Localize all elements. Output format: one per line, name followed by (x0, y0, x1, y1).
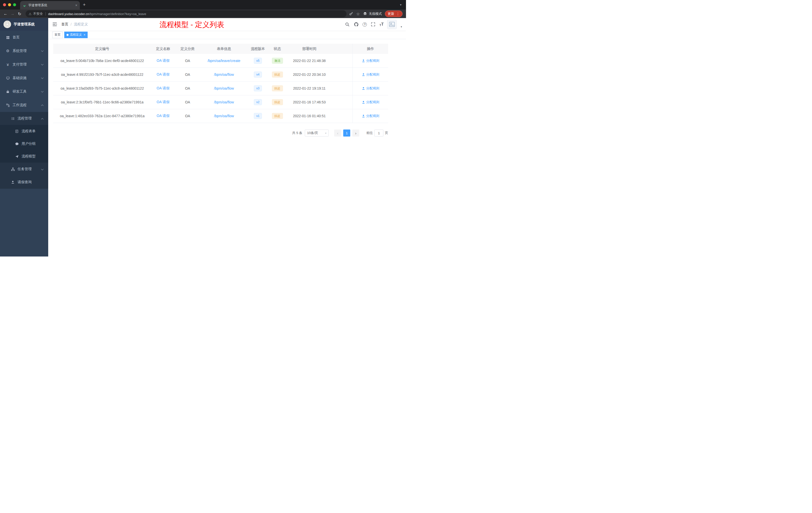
form-link[interactable]: /bpm/oa/flow (214, 100, 234, 104)
sidebar-item-payment-management[interactable]: ¥ 支付管理 (0, 58, 48, 71)
fullscreen-icon[interactable] (370, 22, 376, 27)
sidebar-item-leave-query[interactable]: 请假查询 (0, 176, 48, 189)
table-row: oa_leave:5:004b710b-7b8a-11ec-8ef0-acde4… (53, 54, 388, 68)
sidebar-item-dev-tools[interactable]: 研发工具 (0, 85, 48, 98)
omnibox-divider (46, 12, 46, 16)
avatar-caret-down-icon[interactable]: ▾ (401, 25, 402, 29)
definition-category: OA (175, 114, 200, 118)
breadcrumb-separator: / (70, 22, 71, 26)
new-tab-button[interactable]: + (83, 2, 86, 7)
address-bar[interactable]: ⚠ 不安全 dashboard.yudao.iocoder.cn /bpm/ma… (26, 10, 347, 17)
version-badge: v5 (254, 58, 262, 64)
tab-favicon-icon (23, 3, 26, 7)
form-link[interactable]: /bpm/oa/leave/create (208, 59, 240, 63)
back-button[interactable]: ← (2, 10, 9, 17)
font-size-icon[interactable]: TT (379, 22, 384, 27)
definition-category: OA (175, 59, 200, 63)
sidebar-item-workflow[interactable]: 工作流程 (0, 98, 48, 112)
minimize-window-button[interactable] (8, 3, 11, 6)
user-icon (362, 59, 365, 62)
assign-rule-link[interactable]: 分配规则 (362, 72, 379, 77)
form-link[interactable]: /bpm/oa/flow (214, 114, 234, 118)
reload-button[interactable]: ↻ (16, 10, 23, 17)
password-key-icon[interactable] (349, 12, 353, 16)
bookmark-star-icon[interactable]: ☆ (356, 11, 360, 16)
table-row: oa_leave:4:991f2193-7b7f-11ec-a3c8-acde4… (53, 68, 388, 82)
tag-process-definition[interactable]: 流程定义 × (64, 32, 88, 38)
definition-category: OA (175, 86, 200, 90)
goto-label: 前往 (366, 131, 373, 135)
browser-tab[interactable]: 芋道管理系统 × (20, 1, 80, 9)
maximize-window-button[interactable] (13, 3, 16, 6)
sidebar-item-label: 首页 (12, 35, 45, 40)
sidebar-item-task-management[interactable]: 任务管理 (0, 163, 48, 176)
sidebar-logo[interactable]: 芋道管理系统 (0, 18, 48, 31)
page-1-button[interactable]: 1 (343, 129, 350, 137)
column-header: 部署时间 (287, 47, 332, 51)
assign-rule-link[interactable]: 分配规则 (362, 86, 379, 91)
definition-name-link[interactable]: OA 请假 (157, 72, 170, 77)
deploy-time: 2022-01-22 21:48:38 (287, 59, 332, 63)
table-row: oa_leave:2:3c1f0ef1-76b1-11ec-9c66-a2380… (53, 95, 388, 109)
top-navbar: 首页 / 流程定义 流程模型 - 定义列表 ? TT ▾ (48, 18, 406, 31)
close-window-button[interactable] (3, 3, 6, 6)
tab-close-icon[interactable]: × (75, 3, 77, 7)
help-icon[interactable]: ? (362, 22, 367, 27)
assign-rule-link[interactable]: 分配规则 (362, 100, 379, 104)
breadcrumb: 首页 / 流程定义 (61, 22, 88, 27)
definition-name-link[interactable]: OA 请假 (157, 100, 170, 104)
browser-chrome: 芋道管理系统 × + ▾ ← → ↻ ⚠ 不安全 dashboard.yudao… (0, 0, 406, 18)
deploy-time: 2022-01-22 20:34:10 (287, 72, 332, 77)
form-link[interactable]: /bpm/oa/flow (214, 72, 234, 77)
github-icon[interactable] (353, 22, 359, 27)
chat-icon (14, 142, 19, 146)
definition-category: OA (175, 72, 200, 77)
breadcrumb-home[interactable]: 首页 (61, 22, 68, 27)
search-icon[interactable] (345, 22, 350, 27)
definition-name-link[interactable]: OA 请假 (157, 114, 170, 118)
assign-rule-link[interactable]: 分配规则 (362, 114, 379, 118)
security-label[interactable]: 不安全 (33, 11, 43, 16)
version-badge: v3 (254, 85, 262, 91)
definition-id: oa_leave:4:991f2193-7b7f-11ec-a3c8-acde4… (53, 72, 151, 77)
sidebar-item-label: 流程表单 (22, 129, 45, 133)
sidebar-item-label: 流程模型 (22, 154, 45, 159)
sidebar-item-infrastructure[interactable]: 基础设施 (0, 71, 48, 85)
version-badge: v1 (254, 113, 262, 119)
browser-update-button[interactable]: 更新 ⋮ (385, 10, 403, 17)
table-header-row: 定义编号 定义名称 定义分类 表单信息 流程版本 状态 部署时间 操作 (53, 44, 388, 54)
assign-rule-link[interactable]: 分配规则 (362, 58, 379, 63)
page-size-select[interactable]: 10条/页 ▾ (305, 129, 329, 137)
next-page-button[interactable]: › (352, 129, 359, 137)
deploy-time: 2022-01-16 01:40:51 (287, 114, 332, 118)
status-badge: 挂起 (272, 85, 283, 91)
sidebar-item-label: 请假查询 (18, 180, 45, 184)
definition-name-link[interactable]: OA 请假 (157, 86, 170, 91)
form-link[interactable]: /bpm/oa/flow (214, 86, 234, 90)
sidebar-item-home[interactable]: 首页 (0, 31, 48, 44)
tab-title: 芋道管理系统 (28, 3, 73, 7)
definition-name-link[interactable]: OA 请假 (157, 58, 170, 63)
sidebar-item-process-model[interactable]: 流程模型 (0, 150, 48, 163)
logo-avatar-image (3, 21, 11, 28)
tag-home[interactable]: 首页 (52, 32, 63, 38)
sidebar-item-user-group[interactable]: 用户分组 (0, 138, 48, 150)
browser-menu-kebab-icon[interactable]: ⋮ (396, 12, 400, 16)
prev-page-button[interactable]: ‹ (334, 129, 341, 137)
url-host: dashboard.yudao.iocoder.cn (48, 12, 89, 16)
tag-close-icon[interactable]: × (84, 33, 85, 37)
column-header: 流程版本 (248, 47, 268, 51)
sidebar-item-process-form[interactable]: 流程表单 (0, 125, 48, 138)
sidebar-item-process-management[interactable]: 流程管理 (0, 112, 48, 125)
sidebar-item-label: 用户分组 (22, 142, 45, 146)
user-avatar[interactable] (387, 20, 397, 29)
forward-button[interactable]: → (9, 10, 16, 17)
breadcrumb-current: 流程定义 (74, 22, 88, 27)
user-icon (362, 73, 365, 76)
sidebar-item-system-management[interactable]: ⚙ 系统管理 (0, 44, 48, 58)
tab-search-chevron-icon[interactable]: ▾ (400, 3, 402, 6)
version-badge: v4 (254, 71, 262, 78)
goto-page-input[interactable] (374, 129, 383, 137)
page-content: 定义编号 定义名称 定义分类 表单信息 流程版本 状态 部署时间 操作 oa_l… (48, 39, 406, 141)
sidebar-collapse-hamburger-icon[interactable] (52, 22, 57, 27)
